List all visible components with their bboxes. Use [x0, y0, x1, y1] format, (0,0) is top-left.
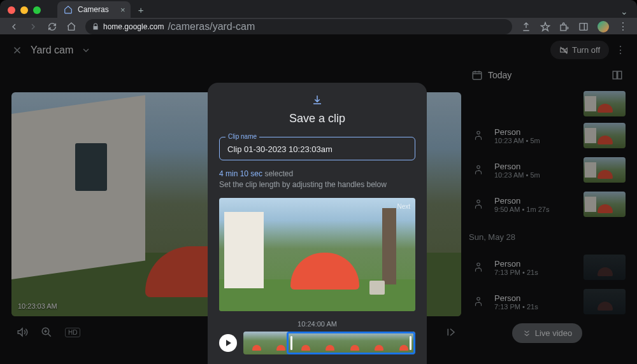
browser-menu-icon[interactable]: ⋮	[618, 20, 628, 32]
timeline-time-label: 10:24:00 AM	[219, 320, 415, 328]
lock-icon	[92, 23, 99, 31]
clip-preview: Next	[219, 198, 415, 311]
trim-selection[interactable]	[287, 332, 415, 354]
clip-name-input[interactable]	[219, 137, 415, 160]
clip-duration: 4 min 10 sec	[219, 169, 262, 178]
extensions-icon[interactable]	[559, 22, 569, 32]
clip-name-label: Clip name	[225, 133, 259, 140]
url-path: /cameras/yard-cam	[168, 21, 255, 32]
trim-timeline[interactable]	[243, 332, 415, 354]
home-button[interactable]	[66, 22, 76, 32]
window-close[interactable]	[8, 6, 15, 14]
clip-hint: Set the clip length by adjusting the han…	[219, 180, 415, 189]
trim-handle-right[interactable]	[410, 336, 412, 350]
url-host: home.google.com	[103, 22, 164, 31]
profile-avatar[interactable]	[598, 21, 609, 32]
back-button[interactable]	[9, 22, 19, 32]
trim-handle-left[interactable]	[290, 336, 292, 350]
forward-button[interactable]	[28, 22, 38, 32]
new-tab-button[interactable]: +	[138, 4, 144, 15]
share-icon[interactable]	[521, 22, 531, 32]
svg-rect-1	[580, 23, 587, 30]
window-maximize[interactable]	[33, 6, 41, 14]
window-minimize[interactable]	[20, 6, 28, 14]
window-chevron-icon[interactable]: ⌄	[620, 6, 628, 17]
play-button[interactable]	[219, 334, 237, 352]
clip-duration-suffix: selected	[264, 169, 293, 178]
svg-rect-0	[561, 25, 566, 31]
preview-next-badge: Next	[397, 203, 410, 210]
home-favicon-icon	[64, 5, 73, 14]
tab-title: Cameras	[78, 5, 109, 14]
dialog-title: Save a clip	[219, 112, 415, 125]
download-icon	[311, 94, 323, 106]
address-bar[interactable]: home.google.com/cameras/yard-cam	[85, 19, 512, 34]
tab-close-icon[interactable]: ×	[120, 5, 125, 15]
reload-button[interactable]	[47, 22, 57, 32]
bookmark-icon[interactable]	[540, 22, 550, 32]
browser-tab[interactable]: Cameras ×	[57, 1, 131, 18]
side-panel-icon[interactable]	[578, 22, 589, 32]
play-icon	[226, 340, 231, 346]
save-clip-dialog: Save a clip Clip name 4 min 10 sec selec…	[208, 83, 427, 364]
